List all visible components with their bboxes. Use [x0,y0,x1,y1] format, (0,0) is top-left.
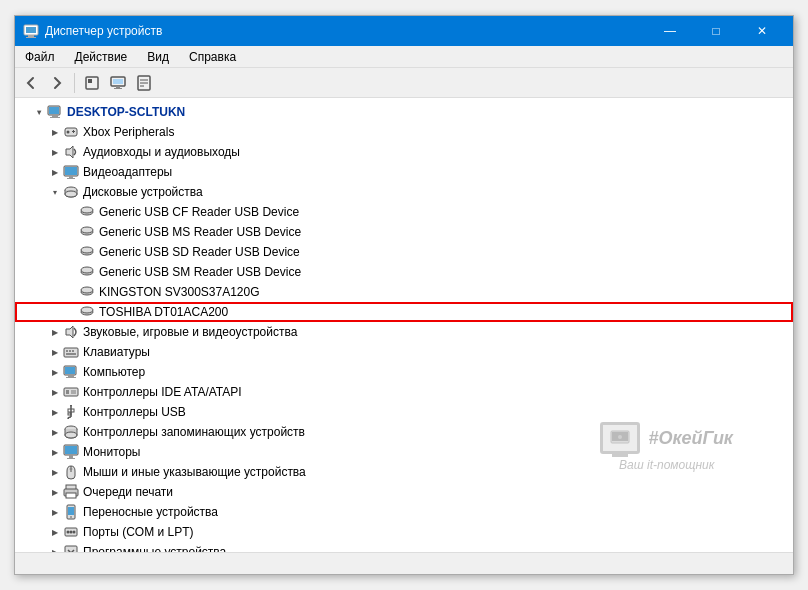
portable-icon [63,504,79,520]
expand-audio[interactable]: ▶ [47,142,63,162]
menu-file[interactable]: Файл [15,48,65,66]
monitors-label: Мониторы [83,445,140,459]
tree-item-disks[interactable]: ▾ Дисковые устройства [15,182,793,202]
tree-item-mice[interactable]: ▶ Мыши и иные указывающие устройства [15,462,793,482]
diskitem-icon-toshiba [79,304,95,320]
tree-item-toshiba[interactable]: ▶ TOSHIBA DT01ACA200 [15,302,793,322]
tree-item-keyboards[interactable]: ▶ Клавиатуры [15,342,793,362]
diskitem-icon-kingston [79,284,95,300]
svg-point-58 [65,432,77,438]
ide-label: Контроллеры IDE ATA/ATAPI [83,385,242,399]
svg-rect-8 [116,86,120,88]
disk-group-icon [63,184,79,200]
tree-item-sound[interactable]: ▶ Звуковые, игровые и видеоустройства [15,322,793,342]
properties-button[interactable] [132,71,156,95]
software-icon [63,544,79,552]
forward-button[interactable] [45,71,69,95]
device-tree[interactable]: ▾ DESKTOP-SCLTUKN ▶ [15,98,793,552]
expand-software[interactable]: ▶ [47,542,63,552]
tree-item-portable[interactable]: ▶ Переносные устройства [15,502,793,522]
maximize-button[interactable]: □ [693,16,739,46]
keyboard-icon [63,344,79,360]
toolbar-sep-1 [74,73,75,93]
tree-item-root[interactable]: ▾ DESKTOP-SCLTUKN [15,102,793,122]
svg-point-73 [70,531,73,534]
expand-storage[interactable]: ▶ [47,422,63,442]
svg-rect-62 [67,458,75,459]
menu-view[interactable]: Вид [137,48,179,66]
tree-item-storage[interactable]: ▶ Контроллеры запоминающих устройств [15,422,793,442]
show-hidden-button[interactable] [80,71,104,95]
tree-item-ms[interactable]: ▶ Generic USB MS Reader USB Device [15,222,793,242]
cf-label: Generic USB CF Reader USB Device [99,205,299,219]
tree-item-cf[interactable]: ▶ Generic USB CF Reader USB Device [15,202,793,222]
svg-rect-48 [65,367,75,374]
svg-rect-55 [68,413,71,415]
expand-usb[interactable]: ▶ [47,402,63,422]
tree-item-print[interactable]: ▶ Очереди печати [15,482,793,502]
svg-rect-43 [66,350,68,352]
root-label: DESKTOP-SCLTUKN [67,105,185,119]
diskitem-icon-ms [79,224,95,240]
expand-computer[interactable]: ▶ [47,362,63,382]
tree-item-sd[interactable]: ▶ Generic USB SD Reader USB Device [15,242,793,262]
expand-display[interactable]: ▶ [47,162,63,182]
tree-item-xbox[interactable]: ▶ Xbox Peripherals [15,122,793,142]
tree-item-software[interactable]: ▶ Программные устройства [15,542,793,552]
tree-item-display[interactable]: ▶ Видеоадаптеры [15,162,793,182]
tree-item-computer[interactable]: ▶ Компьютер [15,362,793,382]
close-button[interactable]: ✕ [739,16,785,46]
mouse-icon [63,464,79,480]
svg-rect-50 [66,377,76,378]
svg-marker-41 [66,326,73,338]
tree-item-usb[interactable]: ▶ Контроллеры USB [15,402,793,422]
svg-marker-22 [66,146,73,158]
show-devices-button[interactable] [106,71,130,95]
menu-help[interactable]: Справка [179,48,246,66]
svg-rect-15 [49,107,59,114]
expand-mice[interactable]: ▶ [47,462,63,482]
hid-icon [63,124,79,140]
expand-portable[interactable]: ▶ [47,502,63,522]
expand-monitors[interactable]: ▶ [47,442,63,462]
expand-print[interactable]: ▶ [47,482,63,502]
tree-item-ide[interactable]: ▶ Контроллеры IDE ATA/ATAPI [15,382,793,402]
tree-item-kingston[interactable]: ▶ KINGSTON SV300S37A120G [15,282,793,302]
expand-root[interactable]: ▾ [31,102,47,122]
expand-xbox[interactable]: ▶ [47,122,63,142]
tree-item-sm[interactable]: ▶ Generic USB SM Reader USB Device [15,262,793,282]
menu-action[interactable]: Действие [65,48,138,66]
svg-rect-2 [28,35,34,37]
expand-sound[interactable]: ▶ [47,322,63,342]
minimize-button[interactable]: — [647,16,693,46]
mice-label: Мыши и иные указывающие устройства [83,465,306,479]
expand-disks[interactable]: ▾ [47,182,63,202]
computer-icon [47,104,63,120]
svg-point-36 [81,267,93,273]
svg-rect-25 [69,176,73,178]
svg-point-34 [81,247,93,253]
audio-label: Аудиовходы и аудиовыходы [83,145,240,159]
computer-label: Компьютер [83,365,145,379]
back-button[interactable] [19,71,43,95]
tree-item-audio[interactable]: ▶ Аудиовходы и аудиовыходы [15,142,793,162]
display-icon [63,164,79,180]
expand-ports[interactable]: ▶ [47,522,63,542]
software-label: Программные устройства [83,545,226,552]
diskitem-icon-cf [79,204,95,220]
expand-ide[interactable]: ▶ [47,382,63,402]
svg-rect-75 [65,546,77,552]
tree-item-ports[interactable]: ▶ Порты (COM и LPT) [15,522,793,542]
svg-rect-67 [66,493,76,498]
diskitem-icon-sd [79,244,95,260]
svg-rect-17 [50,117,60,118]
xbox-label: Xbox Peripherals [83,125,174,139]
expand-keyboards[interactable]: ▶ [47,342,63,362]
device-manager-window: Диспетчер устройств — □ ✕ Файл Действие … [14,15,794,575]
window-controls: — □ ✕ [647,16,785,46]
storage-label: Контроллеры запоминающих устройств [83,425,305,439]
diskitem-icon-sm [79,264,95,280]
tree-item-monitors[interactable]: ▶ Мониторы [15,442,793,462]
print-icon [63,484,79,500]
ms-label: Generic USB MS Reader USB Device [99,225,301,239]
